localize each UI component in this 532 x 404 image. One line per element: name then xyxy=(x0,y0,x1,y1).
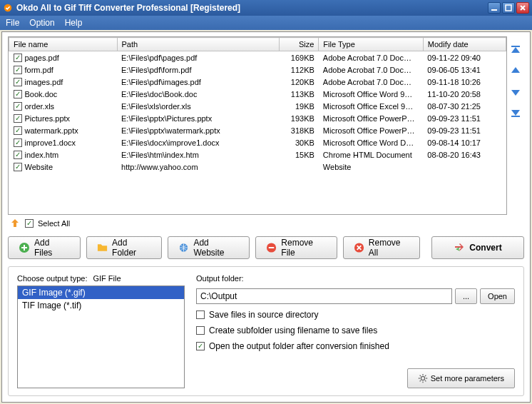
file-type: Website xyxy=(319,161,423,173)
file-path: E:\Files\pdf\pages.pdf xyxy=(117,51,279,64)
file-path: E:\Files\doc\Book.doc xyxy=(117,88,279,100)
save-in-source-checkbox[interactable] xyxy=(196,310,205,319)
file-path: http://www.yahoo.com xyxy=(117,161,279,173)
file-size: 169KB xyxy=(279,51,319,64)
add-website-button[interactable]: Add Website xyxy=(168,236,250,259)
file-size xyxy=(279,161,319,173)
convert-icon xyxy=(454,242,465,253)
svg-rect-1 xyxy=(491,9,497,11)
output-type-item[interactable]: GIF Image (*.gif) xyxy=(18,286,184,299)
globe-icon xyxy=(178,242,189,253)
add-folder-button[interactable]: Add Folder xyxy=(86,236,162,259)
row-checkbox[interactable] xyxy=(14,126,22,135)
open-folder-button[interactable]: Open xyxy=(480,288,515,304)
file-path: E:\Files\htm\index.htm xyxy=(117,148,279,161)
table-row[interactable]: index.htmE:\Files\htm\index.htm15KBChrom… xyxy=(9,148,506,161)
row-checkbox[interactable] xyxy=(14,54,22,62)
move-top-icon[interactable] xyxy=(509,45,522,58)
table-row[interactable]: images.pdfE:\Files\pdf\images.pdf120KBAd… xyxy=(9,76,506,88)
file-size: 120KB xyxy=(279,76,319,88)
file-date: 08-08-20 16:43 xyxy=(423,148,506,161)
file-date: 09-08-14 10:17 xyxy=(423,136,506,148)
row-checkbox[interactable] xyxy=(14,78,22,86)
file-size: 30KB xyxy=(279,136,319,148)
file-name: pages.pdf xyxy=(25,54,59,62)
table-row[interactable]: Pictures.pptxE:\Files\pptx\Pictures.pptx… xyxy=(9,112,506,124)
table-row[interactable]: form.pdfE:\Files\pdf\form.pdf112KBAdobe … xyxy=(9,64,506,76)
col-header-type[interactable]: File Type xyxy=(319,38,423,51)
row-checkbox[interactable] xyxy=(14,102,22,111)
file-date: 11-10-20 20:58 xyxy=(423,88,506,100)
output-folder-input[interactable] xyxy=(196,288,452,304)
file-size: 112KB xyxy=(279,64,319,76)
output-type-listbox[interactable]: GIF Image (*.gif)TIF Image (*.tif) xyxy=(17,286,185,388)
col-header-size[interactable]: Size xyxy=(279,38,319,51)
remove-file-button[interactable]: Remove File xyxy=(255,236,337,259)
table-row[interactable]: Book.docE:\Files\doc\Book.doc113KBMicros… xyxy=(9,88,506,100)
minimize-button[interactable] xyxy=(488,2,501,14)
svg-rect-4 xyxy=(511,116,520,117)
file-size: 19KB xyxy=(279,100,319,112)
file-name: Pictures.pptx xyxy=(25,114,71,123)
create-subfolder-checkbox[interactable] xyxy=(196,326,205,335)
more-parameters-button[interactable]: Set more parameters xyxy=(407,368,515,388)
gear-icon xyxy=(418,373,428,383)
row-checkbox[interactable] xyxy=(14,90,22,99)
save-in-source-label: Save files in source directory xyxy=(209,310,318,320)
plus-icon xyxy=(19,242,30,253)
open-after-checkbox[interactable] xyxy=(196,342,205,350)
menu-file[interactable]: File xyxy=(6,18,19,28)
svg-rect-2 xyxy=(506,5,511,11)
file-path: E:\Files\docx\improve1.docx xyxy=(117,136,279,148)
row-checkbox[interactable] xyxy=(14,163,22,171)
move-up-icon[interactable] xyxy=(509,65,522,78)
svg-rect-3 xyxy=(511,46,520,47)
window-title: Okdo All to Gif Tiff Converter Professio… xyxy=(16,3,488,13)
svg-rect-8 xyxy=(269,247,275,248)
file-table[interactable]: File name Path Size File Type Modify dat… xyxy=(8,36,507,215)
select-all-label: Select All xyxy=(38,219,70,228)
file-size: 318KB xyxy=(279,124,319,136)
file-path: E:\Files\pdf\form.pdf xyxy=(117,64,279,76)
file-type: Microsoft Office Word D… xyxy=(319,136,423,148)
table-row[interactable]: pages.pdfE:\Files\pdf\pages.pdf169KBAdob… xyxy=(9,51,506,64)
move-bottom-icon[interactable] xyxy=(509,105,522,118)
file-date: 08-07-30 21:25 xyxy=(423,100,506,112)
table-row[interactable]: watermark.pptxE:\Files\pptx\watermark.pp… xyxy=(9,124,506,136)
up-folder-icon[interactable] xyxy=(9,218,21,229)
row-checkbox[interactable] xyxy=(14,151,22,159)
row-checkbox[interactable] xyxy=(14,114,22,123)
select-all-checkbox[interactable] xyxy=(25,219,34,228)
menu-help[interactable]: Help xyxy=(65,18,83,28)
close-button[interactable] xyxy=(516,2,529,14)
maximize-button[interactable] xyxy=(502,2,515,14)
add-files-button[interactable]: Add Files xyxy=(8,236,81,259)
table-row[interactable]: Websitehttp://www.yahoo.comWebsite xyxy=(9,161,506,173)
output-type-item[interactable]: TIF Image (*.tif) xyxy=(18,299,184,312)
file-name: Book.doc xyxy=(25,90,58,99)
create-subfolder-label: Create subfolder using filename to save … xyxy=(209,325,377,335)
file-name: images.pdf xyxy=(25,78,63,86)
file-date: 09-06-05 13:41 xyxy=(423,64,506,76)
row-checkbox[interactable] xyxy=(14,138,22,147)
col-header-name[interactable]: File name xyxy=(9,38,118,51)
remove-all-button[interactable]: Remove All xyxy=(343,236,420,259)
file-type: Microsoft Office PowerP… xyxy=(319,124,423,136)
row-checkbox[interactable] xyxy=(14,66,22,74)
convert-button[interactable]: Convert xyxy=(431,236,524,259)
table-row[interactable]: order.xlsE:\Files\xls\order.xls19KBMicro… xyxy=(9,100,506,112)
file-size: 113KB xyxy=(279,88,319,100)
file-date: 09-11-22 09:40 xyxy=(423,51,506,64)
current-type-label: GIF File xyxy=(93,274,121,283)
table-row[interactable]: improve1.docxE:\Files\docx\improve1.docx… xyxy=(9,136,506,148)
svg-point-10 xyxy=(421,376,424,380)
move-down-icon[interactable] xyxy=(509,85,522,98)
menu-option[interactable]: Option xyxy=(29,18,54,28)
file-type: Microsoft Office Excel 9… xyxy=(319,100,423,112)
col-header-date[interactable]: Modify date xyxy=(423,38,506,51)
browse-button[interactable]: ... xyxy=(455,288,477,304)
col-header-path[interactable]: Path xyxy=(117,38,279,51)
file-date: 09-09-23 11:51 xyxy=(423,124,506,136)
file-type: Adobe Acrobat 7.0 Doc… xyxy=(319,64,423,76)
file-name: form.pdf xyxy=(25,66,53,74)
